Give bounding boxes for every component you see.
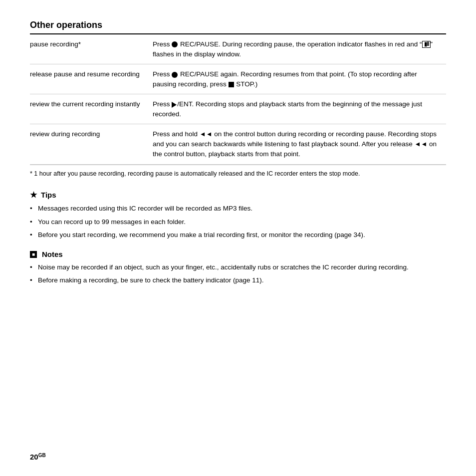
notes-heading-label: Notes bbox=[42, 250, 63, 258]
play-icon bbox=[172, 102, 177, 108]
list-item: Messages recorded using this IC recorder… bbox=[30, 204, 446, 214]
prev-icon: ◄◄ bbox=[200, 130, 213, 139]
rec-circle-icon bbox=[172, 72, 178, 78]
list-item: Before making a recording, be sure to ch… bbox=[30, 275, 446, 285]
row-label: review the current recording instantly bbox=[30, 94, 145, 124]
row-description: Press and hold ◄◄ on the control button … bbox=[145, 124, 446, 164]
tips-list: Messages recorded using this IC recorder… bbox=[30, 204, 446, 240]
footnote-text: * 1 hour after you pause recording, reco… bbox=[30, 169, 446, 179]
row-label: pause recording* bbox=[30, 34, 145, 64]
notes-section: ■ Notes Noise may be recorded if an obje… bbox=[30, 250, 446, 286]
list-item: Before you start recording, we recommend… bbox=[30, 230, 446, 240]
row-description: Press REC/PAUSE. During recording pause,… bbox=[145, 34, 446, 64]
list-item: Noise may be recorded if an object, such… bbox=[30, 262, 446, 272]
row-label: review during recording bbox=[30, 124, 145, 164]
tips-icon: ★ bbox=[30, 190, 37, 200]
page-num-value: 20 bbox=[30, 453, 38, 461]
tips-section: ★ Tips Messages recorded using this IC r… bbox=[30, 190, 446, 240]
row-label: release pause and resume recording bbox=[30, 64, 145, 94]
table-row: release pause and resume recording Press… bbox=[30, 64, 446, 94]
pause-display-icon: ▮Ⅱ bbox=[422, 41, 431, 48]
tips-heading: ★ Tips bbox=[30, 190, 446, 200]
list-item: You can record up to 99 messages in each… bbox=[30, 217, 446, 227]
table-row: review the current recording instantly P… bbox=[30, 94, 446, 124]
bottom-divider bbox=[30, 165, 446, 165]
tips-heading-label: Tips bbox=[41, 191, 56, 199]
notes-list: Noise may be recorded if an object, such… bbox=[30, 262, 446, 286]
notes-heading: ■ Notes bbox=[30, 250, 446, 258]
operations-table: pause recording* Press REC/PAUSE. During… bbox=[30, 34, 446, 165]
page-number: 20GB bbox=[30, 453, 46, 461]
row-description: Press /ENT. Recording stops and playback… bbox=[145, 94, 446, 124]
rec-circle-icon bbox=[172, 41, 178, 47]
table-row: pause recording* Press REC/PAUSE. During… bbox=[30, 34, 446, 64]
page-title: Other operations bbox=[30, 20, 446, 30]
row-description: Press REC/PAUSE again. Recording resumes… bbox=[145, 64, 446, 94]
table-row: review during recording Press and hold ◄… bbox=[30, 124, 446, 164]
stop-square-icon bbox=[229, 82, 234, 87]
notes-icon: ■ bbox=[30, 251, 37, 258]
page-num-suffix: GB bbox=[38, 453, 46, 458]
prev-icon-2: ◄◄ bbox=[415, 140, 428, 149]
